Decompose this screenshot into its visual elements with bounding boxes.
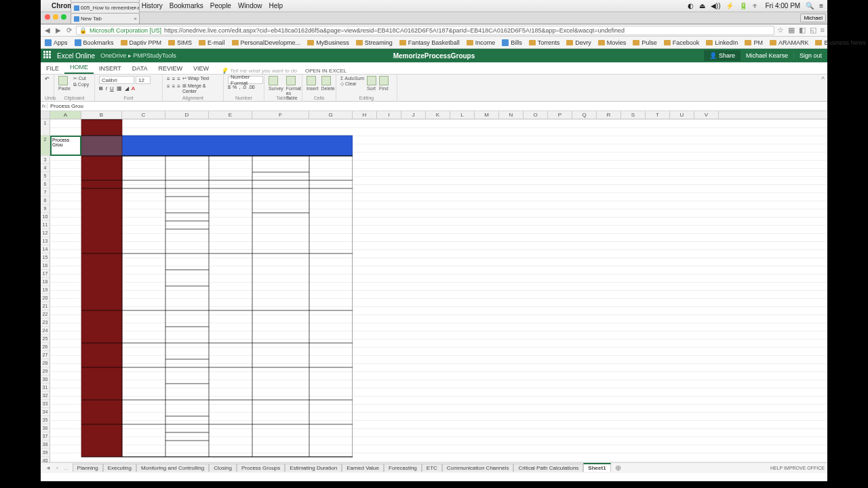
row-header[interactable]: 35 [41, 416, 50, 424]
column-header[interactable]: V [694, 111, 719, 119]
sheet-nav-more[interactable]: … [62, 465, 71, 471]
row-header[interactable]: 12 [41, 229, 50, 237]
row-header[interactable]: 38 [41, 441, 50, 449]
close-window[interactable] [45, 14, 50, 20]
delete-cells-button[interactable]: Delete [321, 76, 335, 91]
row-header[interactable]: 27 [41, 351, 50, 359]
align-mid[interactable]: ≡ [172, 76, 176, 82]
profile-chip[interactable]: Michael [800, 14, 826, 22]
row-header[interactable]: 3 [41, 156, 50, 164]
breadcrumb[interactable]: OneDrive ▸ PMPStudyTools [100, 52, 176, 59]
align-top[interactable]: ≡ [167, 76, 170, 82]
close-tab-icon[interactable]: × [134, 5, 137, 11]
help-improve-office[interactable]: HELP IMPROVE OFFICE [770, 466, 825, 470]
column-header[interactable]: A [50, 111, 81, 119]
bookmark-item[interactable]: Apps [45, 39, 68, 46]
column-header[interactable]: Q [572, 111, 597, 119]
clear-button[interactable]: ◇ Clear [340, 81, 364, 87]
menu-window[interactable]: Window [238, 2, 262, 9]
column-header[interactable]: M [475, 111, 499, 119]
extension-icon[interactable]: ▦ [788, 26, 795, 35]
bookmark-item[interactable]: ARAMARK [770, 39, 809, 46]
row-header[interactable]: 24 [41, 327, 50, 335]
tell-me-box[interactable]: 💡Tell me what you want to do [218, 68, 300, 74]
tab-data[interactable]: DATA [127, 63, 153, 74]
spotlight-icon[interactable]: 🔍 [806, 2, 814, 9]
row-header[interactable]: 6 [41, 180, 50, 188]
sheet-tab[interactable]: Closing [209, 464, 237, 472]
menu-help[interactable]: Help [269, 2, 283, 9]
column-header[interactable]: C [122, 111, 165, 119]
column-header[interactable]: E [209, 111, 252, 119]
row-header[interactable]: 7 [41, 188, 50, 197]
column-header[interactable]: D [165, 111, 209, 119]
add-sheet-button[interactable]: ⊕ [612, 464, 624, 472]
row-header[interactable]: 14 [41, 245, 50, 253]
app-launcher-icon[interactable] [43, 51, 53, 60]
column-header[interactable]: G [309, 111, 353, 119]
column-header[interactable]: T [646, 111, 670, 119]
row-header[interactable]: 30 [41, 375, 50, 384]
bookmark-item[interactable]: Torrents [529, 39, 560, 46]
currency-button[interactable]: $ [228, 85, 231, 89]
column-header[interactable]: F [252, 111, 309, 119]
align-right[interactable]: ≡ [177, 83, 180, 94]
sheet-tab[interactable]: Monitoring and Controlling [136, 464, 209, 472]
bookmark-item[interactable]: Movies [598, 39, 627, 46]
merge-center-button[interactable]: ⊞ Merge & Center [182, 83, 219, 94]
collapse-ribbon-icon[interactable]: ^ [821, 76, 825, 83]
column-headers[interactable]: ABCDEFGHIJKLMNOPQRSTUV [41, 111, 827, 119]
active-cell[interactable]: Process Grou [50, 136, 81, 156]
row-header[interactable]: 25 [41, 335, 50, 343]
status-icon[interactable]: ⚡ [726, 2, 734, 9]
volume-icon[interactable]: ◀)) [711, 2, 721, 9]
row-header[interactable]: 26 [41, 343, 50, 351]
sheet-tab[interactable]: Forecasting [384, 464, 422, 472]
bookmark-item[interactable]: Facebook [664, 39, 700, 46]
row-header[interactable]: 34 [41, 408, 50, 416]
battery-icon[interactable]: 🔋 [739, 2, 747, 9]
status-icon[interactable]: ⏏ [699, 2, 705, 9]
row-header[interactable]: 9 [41, 205, 50, 213]
undo-button[interactable]: ↶ [45, 76, 50, 82]
underline-button[interactable]: U [110, 85, 114, 92]
column-header[interactable]: K [426, 111, 450, 119]
address-bar[interactable]: 🔒 Microsoft Corporation [US] https://one… [76, 26, 774, 35]
tab-home[interactable]: HOME [64, 62, 94, 74]
bookmark-item[interactable]: SIMS [168, 39, 192, 46]
sheet-tab[interactable]: Communication Channels [442, 464, 514, 472]
wifi-icon[interactable]: ᯤ [753, 2, 760, 9]
tab-file[interactable]: FILE [41, 63, 64, 74]
sheet-tab[interactable]: Process Groups [237, 464, 285, 472]
font-name-select[interactable]: Calibri [99, 76, 134, 84]
row-header[interactable]: 17 [41, 270, 50, 278]
font-color-button[interactable]: A [132, 85, 135, 92]
spreadsheet-grid[interactable]: 1234567891011121314151617181920212223242… [41, 119, 827, 462]
bookmark-item[interactable]: Income [467, 39, 496, 46]
bookmark-item[interactable]: Streaming [356, 39, 393, 46]
fill-color-button[interactable]: ◢ [125, 85, 129, 92]
bookmark-item[interactable]: PersonalDevelopme... [232, 39, 301, 46]
column-header[interactable]: B [81, 111, 122, 119]
dec-decimal[interactable]: .00 [248, 85, 255, 89]
font-size-select[interactable]: 12 [136, 76, 151, 84]
row-header[interactable]: 22 [41, 310, 50, 319]
row-header[interactable]: 19 [41, 286, 50, 294]
bookmark-item[interactable]: Daptiv PPM [121, 39, 162, 46]
formula-bar-value[interactable]: Process Grou [47, 103, 83, 109]
column-header[interactable]: H [353, 111, 377, 119]
sheet-tab[interactable]: Earned Value [342, 464, 384, 472]
row-header[interactable]: 39 [41, 449, 50, 457]
row-header[interactable]: 4 [41, 164, 50, 172]
sheet-tab[interactable]: Estimating Duration [285, 464, 342, 472]
browser-tab[interactable]: New Tab× [71, 13, 140, 24]
menu-bookmarks[interactable]: Bookmarks [170, 2, 203, 9]
chrome-menu-icon[interactable]: ≡ [821, 26, 825, 35]
star-icon[interactable]: ☆ [777, 26, 784, 35]
traffic-lights[interactable] [43, 14, 71, 22]
wrap-text-button[interactable]: ↩ Wrap Text [182, 76, 209, 82]
sort-button[interactable]: Sort [367, 76, 376, 91]
border-button[interactable]: ▦ [117, 85, 122, 92]
close-tab-icon[interactable]: × [134, 16, 137, 22]
sheet-tab[interactable]: Critical Path Calculations [513, 464, 583, 472]
